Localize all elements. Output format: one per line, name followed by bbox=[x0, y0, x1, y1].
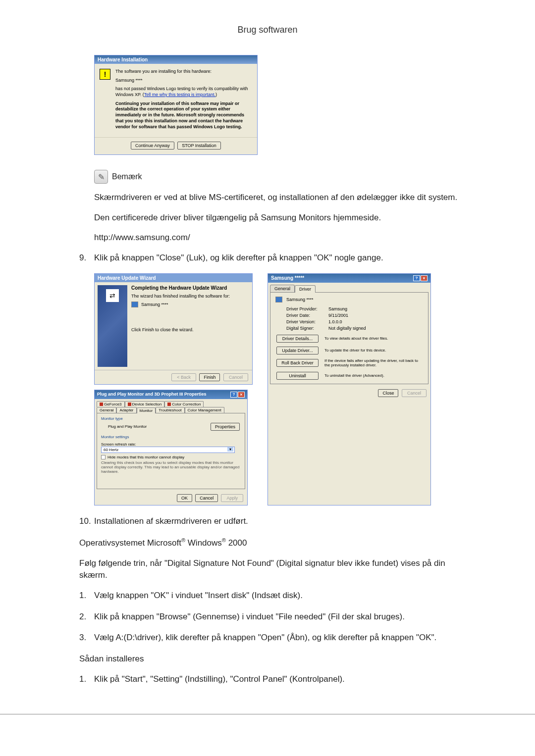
tab-troubleshoot[interactable]: Troubleshoot bbox=[156, 407, 184, 413]
monitor-type-label: Monitor type bbox=[101, 416, 241, 421]
apply-button: Apply bbox=[221, 494, 243, 502]
driver-version-label: Driver Version: bbox=[286, 319, 328, 324]
note-label: Bemærk bbox=[112, 172, 142, 181]
step-text: Vælg knappen "OK" i vinduet "Insert disk… bbox=[94, 590, 471, 602]
win2000-step-row: 3.Vælg A:(D:\driver), klik derefter på k… bbox=[79, 632, 471, 644]
wizard-icon: ⇄ bbox=[106, 289, 119, 302]
hide-modes-desc: Clearing this check box allows you to se… bbox=[101, 460, 241, 474]
driver-date-label: Driver Date: bbox=[286, 313, 328, 318]
wizard-device: Samsung **** bbox=[141, 302, 168, 307]
os-2000-heading: Operativsystemet Microsoft® Windows® 200… bbox=[79, 536, 471, 549]
help-icon[interactable]: ? bbox=[230, 392, 237, 398]
tab-driver[interactable]: Driver bbox=[295, 285, 316, 293]
driver-properties-dialog: Samsung ***** ? × General Driver Samsung… bbox=[268, 273, 431, 505]
wizard-line2: Click Finish to close the wizard. bbox=[131, 327, 249, 332]
body-text-1: Skærmdriveren er ved at blive MS-certifi… bbox=[94, 192, 471, 204]
tab-adapter[interactable]: Adapter bbox=[116, 407, 136, 413]
page-title: Brug softwaren bbox=[64, 25, 471, 35]
tab-color-correction[interactable]: Color Correction bbox=[164, 401, 204, 407]
monitor-icon bbox=[275, 297, 282, 302]
driver-details-desc: To view details about the driver files. bbox=[324, 336, 388, 341]
refresh-rate-label: Screen refresh rate: bbox=[101, 442, 241, 447]
step-text: Klik på knappen "Browse" (Gennemse) i vi… bbox=[94, 611, 471, 623]
driver-dialog-title: Samsung ***** bbox=[271, 275, 304, 281]
back-button: < Back bbox=[171, 373, 196, 381]
stop-installation-button[interactable]: STOP Installation bbox=[177, 142, 221, 150]
update-driver-desc: To update the driver for this device. bbox=[324, 348, 386, 353]
body-text-2: Den certificerede driver bliver tilgænge… bbox=[94, 212, 471, 224]
wizard-heading: Completing the Hardware Update Wizard bbox=[131, 285, 249, 291]
uninstall-button[interactable]: Uninstall bbox=[276, 372, 319, 380]
rollback-driver-desc: If the device fails after updating the d… bbox=[324, 358, 423, 368]
ok-button[interactable]: OK bbox=[177, 494, 192, 502]
help-icon[interactable]: ? bbox=[413, 275, 420, 281]
install-heading: Sådan installeres bbox=[79, 653, 471, 665]
win2000-step-row: 2.Klik på knappen "Browse" (Gennemse) i … bbox=[79, 611, 471, 623]
refresh-rate-dropdown[interactable]: 60 Hertz bbox=[101, 447, 235, 453]
monitor-properties-dialog: Plug and Play Monitor and 3D Prophet III… bbox=[94, 390, 248, 505]
tab-device-selection[interactable]: Device Selection bbox=[125, 401, 165, 407]
install-step-1-text: Klik på "Start", "Setting" (Indstilling)… bbox=[94, 673, 471, 686]
step-number: 1. bbox=[79, 590, 94, 602]
driver-device: Samsung **** bbox=[286, 297, 314, 302]
hw-line2: has not passed Windows Logo testing to v… bbox=[115, 86, 252, 98]
driver-provider-value: Samsung bbox=[328, 306, 347, 311]
step-text: Vælg A:(D:\driver), klik derefter på kna… bbox=[94, 632, 471, 644]
driver-details-button[interactable]: Driver Details... bbox=[276, 335, 319, 343]
tab-geforce3[interactable]: GeForce3 bbox=[97, 401, 125, 407]
monitor-type-value: Plug and Play Monitor bbox=[108, 424, 147, 429]
hw-line1: The software you are installing for this… bbox=[115, 69, 252, 75]
hardware-update-wizard-dialog: Hardware Update Wizard ⇄ Completing the … bbox=[94, 273, 253, 385]
win2000-step-row: 1.Vælg knappen "OK" i vinduet "Insert di… bbox=[79, 590, 471, 602]
cancel-button: Cancel bbox=[402, 389, 427, 397]
hardware-installation-dialog: Hardware Installation ! The software you… bbox=[94, 55, 258, 155]
dialog-title: Hardware Installation bbox=[95, 55, 257, 64]
tab-color-management[interactable]: Color Management bbox=[185, 407, 224, 413]
cancel-button: Cancel bbox=[223, 373, 248, 381]
close-button[interactable]: Close bbox=[378, 389, 398, 397]
continue-anyway-button[interactable]: Continue Anyway bbox=[131, 142, 174, 150]
hide-modes-checkbox[interactable] bbox=[101, 455, 106, 459]
tab-general[interactable]: General bbox=[270, 285, 295, 292]
note-icon bbox=[94, 170, 108, 184]
install-step-1-number: 1. bbox=[79, 673, 94, 686]
step-number: 2. bbox=[79, 611, 94, 623]
close-icon[interactable]: × bbox=[238, 392, 245, 398]
step-9-number: 9. bbox=[79, 252, 94, 264]
step-10-number: 10. bbox=[79, 515, 94, 528]
tab-general[interactable]: General bbox=[97, 407, 116, 413]
finish-button[interactable]: Finish bbox=[199, 373, 220, 381]
uninstall-desc: To uninstall the driver (Advanced). bbox=[324, 373, 384, 378]
hw-device: Samsung **** bbox=[115, 78, 252, 84]
wizard-title: Hardware Update Wizard bbox=[95, 274, 252, 282]
digital-signer-value: Not digitally signed bbox=[328, 326, 366, 331]
step-10-text: Installationen af skærmdriveren er udfør… bbox=[94, 515, 471, 528]
wizard-line1: The wizard has finished installing the s… bbox=[131, 294, 249, 299]
step-9-text: Klik på knappen "Close" (Luk), og klik d… bbox=[94, 252, 471, 264]
hide-modes-label: Hide modes that this monitor cannot disp… bbox=[107, 455, 184, 459]
monitor-icon bbox=[131, 302, 138, 307]
driver-version-value: 1.0.0.0 bbox=[328, 319, 342, 324]
properties-button[interactable]: Properties bbox=[211, 423, 240, 431]
hw-warning-text: Continuing your installation of this sof… bbox=[115, 101, 252, 130]
warning-icon: ! bbox=[100, 69, 110, 80]
body-text-3: Følg følgende trin, når "Digital Signatu… bbox=[79, 557, 471, 582]
wizard-sidebar-graphic: ⇄ bbox=[98, 285, 127, 367]
driver-provider-label: Driver Provider: bbox=[286, 306, 328, 311]
digital-signer-label: Digital Signer: bbox=[286, 326, 328, 331]
cancel-button[interactable]: Cancel bbox=[195, 494, 218, 502]
close-icon[interactable]: × bbox=[421, 275, 428, 281]
rollback-driver-button[interactable]: Roll Back Driver bbox=[276, 359, 319, 367]
tab-monitor[interactable]: Monitor bbox=[137, 407, 156, 413]
logo-testing-link[interactable]: Tell me why this testing is important. bbox=[144, 92, 215, 97]
monitor-settings-label: Monitor settings bbox=[101, 435, 241, 439]
driver-date-value: 9/11/2001 bbox=[328, 313, 348, 318]
step-number: 3. bbox=[79, 632, 94, 644]
samsung-url: http://www.samsung.com/ bbox=[94, 232, 471, 244]
monitor-dialog-title: Plug and Play Monitor and 3D Prophet III… bbox=[97, 392, 207, 398]
update-driver-button[interactable]: Update Driver... bbox=[276, 347, 319, 354]
